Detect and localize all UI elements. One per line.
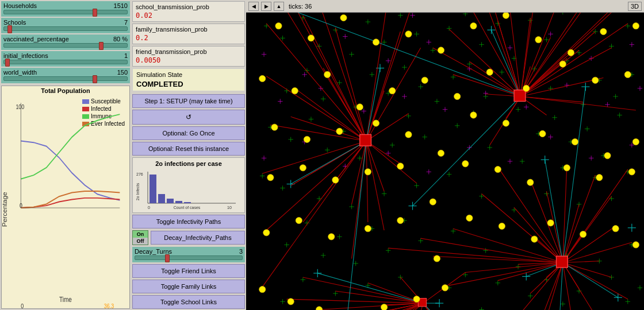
svg-rect-13 — [167, 199, 174, 203]
on-off-toggle[interactable]: On Off — [132, 230, 148, 245]
histogram-svg: 276 Count of cases 0 10 2o Infects — [135, 169, 240, 209]
world-width-slider[interactable]: world_width 150 — [1, 68, 130, 83]
svg-point-708 — [288, 299, 294, 305]
svg-point-711 — [381, 304, 387, 310]
histogram-title: 2o infections per case — [135, 160, 242, 167]
right-toolbar: ◀ ▶ ▲ ticks: 36 3D — [246, 0, 644, 13]
svg-point-698 — [397, 217, 404, 223]
reset-button[interactable]: Optional: Reset this instance — [132, 142, 245, 156]
toolbar-forward-btn[interactable]: ▶ — [261, 2, 271, 11]
svg-point-665 — [486, 69, 493, 75]
svg-line-526 — [366, 141, 384, 230]
initial-infections-thumb[interactable] — [5, 59, 10, 67]
off-label[interactable]: Off — [133, 238, 148, 245]
decay-turns-thumb[interactable] — [165, 254, 170, 262]
households-thumb[interactable] — [93, 9, 97, 17]
network-svg — [246, 13, 644, 310]
svg-point-692 — [596, 175, 603, 181]
vaccinated-label: vaccinated_percentage — [3, 36, 112, 42]
svg-rect-14 — [175, 201, 182, 203]
go-until-steady-button[interactable]: ↺ — [132, 110, 245, 125]
schools-track[interactable] — [3, 26, 128, 31]
svg-text:0: 0 — [148, 206, 150, 209]
vaccinated-slider[interactable]: vaccinated_percentage 80 % — [1, 34, 130, 50]
toggle-school-links-button[interactable]: Toggle School Links — [132, 295, 245, 309]
world-width-thumb[interactable] — [93, 75, 97, 83]
svg-line-585 — [563, 263, 595, 310]
schools-slider[interactable]: Schools 7 — [1, 18, 130, 33]
svg-point-696 — [328, 234, 335, 240]
svg-point-676 — [470, 112, 477, 118]
left-panel: Households 1510 Schools 7 vaccinated_per… — [0, 0, 131, 310]
svg-point-653 — [503, 13, 509, 18]
svg-point-706 — [632, 242, 639, 248]
svg-line-514 — [366, 114, 408, 141]
svg-point-675 — [438, 150, 444, 156]
svg-point-656 — [600, 28, 607, 34]
decay-turns-container[interactable]: Decay_Turns 3 — [132, 247, 245, 262]
school-transmission-label: school_transmission_prob — [136, 3, 241, 10]
svg-line-621 — [545, 160, 563, 262]
family-transmission-box: family_transmission_prob 0.2 — [132, 24, 245, 44]
svg-line-559 — [520, 96, 636, 110]
svg-point-705 — [612, 226, 619, 232]
svg-point-652 — [470, 23, 477, 29]
svg-text:100: 100 — [16, 103, 24, 110]
go-once-button[interactable]: Optional: Go Once — [132, 126, 245, 140]
vaccinated-track[interactable] — [3, 43, 128, 48]
svg-text:0: 0 — [21, 303, 24, 308]
svg-line-512 — [366, 48, 421, 141]
on-label[interactable]: On — [133, 231, 148, 238]
toggle-friend-links-button[interactable]: Toggle Friend Links — [132, 264, 245, 278]
toggle-family-links-button[interactable]: Toggle Family Links — [132, 280, 245, 293]
svg-line-531 — [262, 141, 366, 287]
svg-point-701 — [499, 223, 505, 229]
toggle-infectivity-button[interactable]: Toggle Infectivity Paths — [132, 215, 245, 228]
svg-line-619 — [291, 141, 366, 184]
svg-point-686 — [397, 163, 404, 169]
world-width-track[interactable] — [3, 76, 128, 81]
schools-value: 7 — [112, 19, 128, 26]
svg-line-587 — [563, 263, 628, 300]
households-track[interactable] — [3, 10, 128, 14]
decay-infectivity-button[interactable]: Decay_Infectivity_Paths — [151, 231, 245, 245]
svg-rect-630 — [514, 90, 526, 102]
friend-transmission-value: 0.0050 — [136, 56, 241, 64]
sim-state-label: Simulation State — [136, 71, 241, 78]
family-transmission-label: family_transmission_prob — [136, 26, 241, 33]
svg-line-611 — [287, 299, 423, 303]
toolbar-up-btn[interactable]: ▲ — [274, 2, 284, 11]
world-width-value: 150 — [112, 69, 128, 76]
vaccinated-thumb[interactable] — [99, 42, 103, 50]
network-canvas[interactable] — [246, 13, 644, 310]
initial-infections-slider[interactable]: initial_infections 1 — [1, 51, 130, 67]
histogram-box: 2o infections per case 276 Count of case… — [132, 157, 245, 213]
three-d-button[interactable]: 3D — [628, 2, 642, 11]
svg-point-646 — [275, 23, 282, 29]
svg-point-662 — [389, 87, 396, 94]
svg-point-661 — [356, 104, 363, 110]
svg-text:Count of cases: Count of cases — [174, 206, 201, 209]
chart-title: Total Population — [2, 86, 129, 95]
svg-point-663 — [421, 77, 428, 83]
svg-rect-629 — [360, 134, 371, 146]
svg-point-691 — [564, 165, 570, 171]
school-transmission-value: 0.02 — [136, 11, 241, 20]
svg-point-673 — [373, 120, 379, 126]
svg-point-678 — [539, 130, 546, 137]
svg-point-699 — [434, 255, 440, 262]
svg-line-541 — [520, 13, 636, 96]
svg-point-669 — [624, 71, 631, 78]
households-slider[interactable]: Households 1510 — [1, 1, 130, 17]
right-panel: ◀ ▶ ▲ ticks: 36 3D — [246, 0, 644, 310]
svg-point-680 — [604, 152, 611, 158]
initial-infections-track[interactable] — [3, 60, 128, 64]
setup-button[interactable]: Step 1: SETUP (may take time) — [132, 94, 245, 108]
chart-svg: Percentage 100 0 Time 0 36.3 — [2, 95, 129, 308]
schools-thumb[interactable] — [7, 25, 12, 33]
decay-turns-track[interactable] — [135, 255, 243, 260]
svg-point-664 — [454, 93, 461, 99]
svg-line-513 — [366, 91, 384, 141]
toolbar-back-btn[interactable]: ◀ — [248, 2, 259, 11]
svg-point-658 — [259, 75, 266, 82]
